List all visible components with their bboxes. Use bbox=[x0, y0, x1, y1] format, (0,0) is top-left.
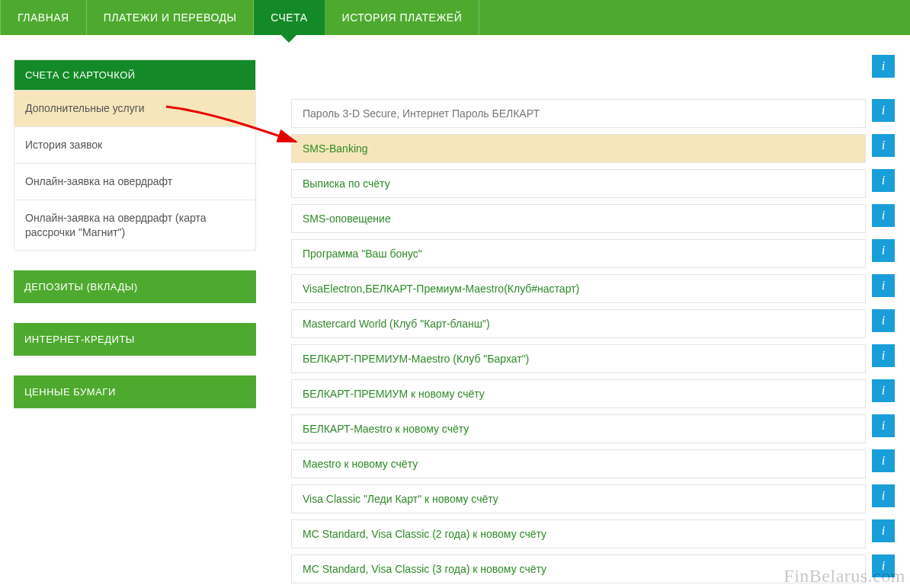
sidebar-item-overdraft-magnit[interactable]: Онлайн-заявка на овердрафт (карта рассро… bbox=[14, 200, 255, 251]
info-icon[interactable]: i bbox=[872, 99, 895, 122]
service-link-sms-alert[interactable]: SMS-оповещение bbox=[291, 204, 866, 233]
info-icon[interactable]: i bbox=[872, 55, 895, 78]
list-item: VisaElectron,БЕЛКАРТ-Премиум-Maestro(Клу… bbox=[291, 274, 895, 303]
content-area: СЧЕТА С КАРТОЧКОЙ Дополнительные услуги … bbox=[0, 35, 910, 588]
service-link-belkart-premium-new[interactable]: БЕЛКАРТ-ПРЕМИУМ к новому счёту bbox=[291, 379, 866, 408]
service-link-belkart-barhat[interactable]: БЕЛКАРТ-ПРЕМИУМ-Maestro (Клуб "Бархат") bbox=[291, 344, 866, 373]
top-nav: ГЛАВНАЯ ПЛАТЕЖИ И ПЕРЕВОДЫ СЧЕТА ИСТОРИЯ… bbox=[0, 0, 910, 35]
info-icon[interactable]: i bbox=[872, 169, 895, 192]
list-item: БЕЛКАРТ-ПРЕМИУМ-Maestro (Клуб "Бархат") … bbox=[291, 344, 895, 373]
sidebar-section-deposits[interactable]: ДЕПОЗИТЫ (ВКЛАДЫ) bbox=[14, 270, 256, 303]
service-link-statement[interactable]: Выписка по счёту bbox=[291, 169, 866, 198]
service-link-3dsecure[interactable]: Пароль 3-D Secure, Интернет Пароль БЕЛКА… bbox=[291, 99, 866, 128]
nav-tab-payments[interactable]: ПЛАТЕЖИ И ПЕРЕВОДЫ bbox=[87, 0, 255, 35]
service-link-belkart-maestro-new[interactable]: БЕЛКАРТ-Maestro к новому счёту bbox=[291, 414, 866, 443]
info-icon[interactable]: i bbox=[872, 309, 895, 332]
service-link-visa-ladycard[interactable]: Visa Classic "Леди Карт" к новому счёту bbox=[291, 484, 866, 513]
list-item: Maestro к новому счёту i bbox=[291, 449, 895, 478]
list-item: Visa Classic "Леди Карт" к новому счёту … bbox=[291, 484, 895, 513]
list-item: SMS-оповещение i bbox=[291, 204, 895, 233]
info-icon[interactable]: i bbox=[872, 239, 895, 262]
info-icon[interactable]: i bbox=[872, 414, 895, 437]
service-link-bonus[interactable]: Программа "Ваш бонус" bbox=[291, 239, 866, 268]
sidebar-cards-header[interactable]: СЧЕТА С КАРТОЧКОЙ bbox=[14, 60, 255, 90]
service-link-mc-std-2y[interactable]: MC Standard, Visa Classic (2 года) к нов… bbox=[291, 519, 866, 548]
watermark: FinBelarus.com bbox=[783, 566, 905, 586]
list-item: БЕЛКАРТ-Maestro к новому счёту i bbox=[291, 414, 895, 443]
service-link-sms-banking[interactable]: SMS-Banking bbox=[291, 134, 866, 163]
service-link-mc-world[interactable]: Mastercard World (Клуб "Карт-бланш") bbox=[291, 309, 866, 338]
sidebar-item-overdraft[interactable]: Онлайн-заявка на овердрафт bbox=[14, 163, 255, 200]
list-item: SMS-Banking i bbox=[291, 134, 895, 163]
list-item: MC Standard, Visa Classic (2 года) к нов… bbox=[291, 519, 895, 548]
sidebar-item-order-history[interactable]: История заявок bbox=[14, 126, 255, 163]
sidebar-section-securities[interactable]: ЦЕННЫЕ БУМАГИ bbox=[14, 375, 256, 408]
info-icon[interactable]: i bbox=[872, 344, 895, 367]
info-icon[interactable]: i bbox=[872, 134, 895, 157]
info-icon[interactable]: i bbox=[872, 449, 895, 472]
sidebar-item-additional-services[interactable]: Дополнительные услуги bbox=[14, 90, 255, 126]
info-icon[interactable]: i bbox=[872, 484, 895, 507]
info-icon[interactable]: i bbox=[872, 379, 895, 402]
list-item: БЕЛКАРТ-ПРЕМИУМ к новому счёту i bbox=[291, 379, 895, 408]
sidebar-cards-block: СЧЕТА С КАРТОЧКОЙ Дополнительные услуги … bbox=[14, 59, 256, 251]
info-icon[interactable]: i bbox=[872, 519, 895, 542]
service-link-maestro-new[interactable]: Maestro к новому счёту bbox=[291, 449, 866, 478]
nav-tab-accounts[interactable]: СЧЕТА bbox=[254, 0, 325, 35]
nav-tab-main[interactable]: ГЛАВНАЯ bbox=[0, 0, 87, 35]
info-icon[interactable]: i bbox=[872, 204, 895, 227]
sidebar-section-credits[interactable]: ИНТЕРНЕТ-КРЕДИТЫ bbox=[14, 323, 256, 356]
list-item: Пароль 3-D Secure, Интернет Пароль БЕЛКА… bbox=[291, 99, 895, 128]
list-item: Программа "Ваш бонус" i bbox=[291, 239, 895, 268]
sidebar: СЧЕТА С КАРТОЧКОЙ Дополнительные услуги … bbox=[14, 59, 256, 588]
list-item: Mastercard World (Клуб "Карт-бланш") i bbox=[291, 309, 895, 338]
info-icon[interactable]: i bbox=[872, 274, 895, 297]
main-panel: i Пароль 3-D Secure, Интернет Пароль БЕЛ… bbox=[291, 59, 895, 588]
nav-tab-history[interactable]: ИСТОРИЯ ПЛАТЕЖЕЙ bbox=[325, 0, 480, 35]
list-item: Выписка по счёту i bbox=[291, 169, 895, 198]
service-link-mc-std-3y[interactable]: MC Standard, Visa Classic (3 года) к нов… bbox=[291, 554, 866, 583]
service-link-visa-electron[interactable]: VisaElectron,БЕЛКАРТ-Премиум-Maestro(Клу… bbox=[291, 274, 866, 303]
main-header-row: i bbox=[291, 55, 895, 78]
